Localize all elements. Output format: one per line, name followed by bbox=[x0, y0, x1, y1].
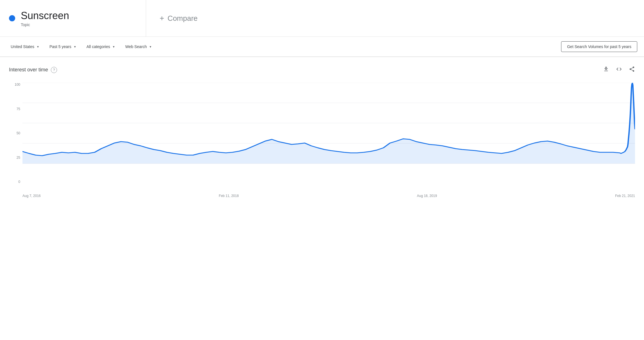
term-text: Sunscreen Topic bbox=[21, 10, 69, 27]
region-dropdown[interactable]: United States ▼ bbox=[7, 42, 43, 51]
time-chevron-icon: ▼ bbox=[74, 45, 76, 48]
chart-title: Interest over time bbox=[9, 67, 48, 73]
get-volumes-button[interactable]: Get Search Volumes for past 5 years bbox=[561, 41, 637, 52]
categories-label: All categories bbox=[87, 44, 110, 49]
y-label-50: 50 bbox=[9, 131, 22, 135]
y-label-25: 25 bbox=[9, 156, 22, 160]
chart-header: Interest over time ? bbox=[9, 66, 635, 74]
time-label: Past 5 years bbox=[49, 44, 71, 49]
compare-label: Compare bbox=[167, 14, 198, 23]
search-term-block: Sunscreen Topic bbox=[0, 0, 146, 37]
y-label-75: 75 bbox=[9, 107, 22, 111]
y-label-0: 0 bbox=[9, 180, 22, 184]
term-color-dot bbox=[9, 15, 15, 21]
search-type-chevron-icon: ▼ bbox=[149, 45, 152, 48]
chart-container: 0 25 50 75 100 bbox=[9, 83, 635, 201]
x-axis: Aug 7, 2016 Feb 11, 2018 Aug 18, 2019 Fe… bbox=[22, 194, 635, 198]
compare-block[interactable]: + Compare bbox=[146, 7, 644, 30]
search-type-dropdown[interactable]: Web Search ▼ bbox=[121, 42, 156, 51]
compare-plus-icon: + bbox=[160, 14, 164, 23]
region-label: United States bbox=[11, 44, 34, 49]
filters-right: Get Search Volumes for past 5 years bbox=[561, 41, 637, 52]
embed-icon[interactable] bbox=[616, 66, 622, 74]
x-label-4: Feb 21, 2021 bbox=[615, 194, 635, 198]
download-icon[interactable] bbox=[603, 66, 609, 74]
x-label-1: Aug 7, 2016 bbox=[22, 194, 41, 198]
chart-area bbox=[22, 83, 635, 184]
header-section: Sunscreen Topic + Compare bbox=[0, 0, 644, 37]
help-question-mark: ? bbox=[53, 68, 55, 72]
help-icon[interactable]: ? bbox=[51, 67, 57, 73]
time-dropdown[interactable]: Past 5 years ▼ bbox=[46, 42, 80, 51]
chart-section: Interest over time ? 0 25 50 75 100 bbox=[0, 57, 644, 201]
x-label-3: Aug 18, 2019 bbox=[417, 194, 437, 198]
region-chevron-icon: ▼ bbox=[37, 45, 39, 48]
term-type: Topic bbox=[21, 22, 69, 27]
term-name: Sunscreen bbox=[21, 10, 69, 22]
categories-dropdown[interactable]: All categories ▼ bbox=[83, 42, 119, 51]
categories-chevron-icon: ▼ bbox=[112, 45, 115, 48]
chart-actions bbox=[603, 66, 635, 74]
search-type-label: Web Search bbox=[125, 44, 147, 49]
chart-svg bbox=[22, 83, 635, 184]
chart-title-area: Interest over time ? bbox=[9, 67, 57, 73]
x-label-2: Feb 11, 2018 bbox=[219, 194, 239, 198]
filters-bar: United States ▼ Past 5 years ▼ All categ… bbox=[0, 37, 644, 57]
y-label-100: 100 bbox=[9, 83, 22, 87]
share-icon[interactable] bbox=[629, 66, 635, 74]
trend-fill bbox=[22, 83, 635, 164]
y-axis: 0 25 50 75 100 bbox=[9, 83, 22, 184]
